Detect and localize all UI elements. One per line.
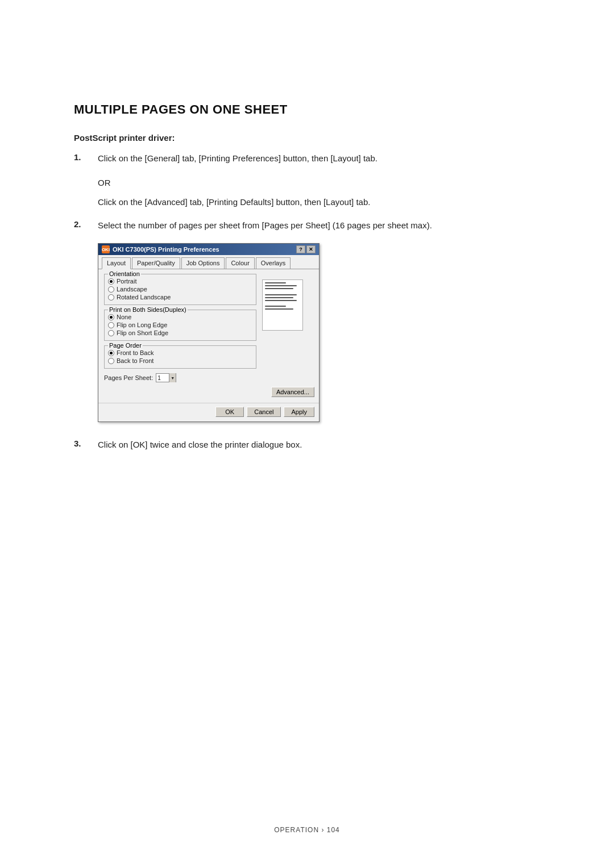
orientation-options: Portrait Landscape Rotated Landscape	[108, 278, 252, 301]
tab-colour[interactable]: Colour	[226, 257, 254, 269]
preview-line-3	[265, 288, 293, 289]
or-label: OR	[98, 176, 540, 189]
front-back-radio[interactable]	[108, 350, 114, 356]
pages-per-sheet-value: 1	[156, 375, 169, 381]
step-number-2: 2.	[74, 219, 88, 229]
tab-overlays[interactable]: Overlays	[256, 257, 291, 269]
pages-per-sheet-label: Pages Per Sheet:	[104, 374, 153, 381]
tab-layout[interactable]: Layout	[102, 257, 131, 269]
long-edge-label: Flip on Long Edge	[117, 322, 167, 328]
orientation-portrait: Portrait	[108, 278, 252, 285]
help-button[interactable]: ?	[296, 245, 305, 253]
orientation-rotated: Rotated Landscape	[108, 294, 252, 301]
page-content: MULTIPLE PAGES ON ONE SHEET PostScript p…	[0, 0, 614, 508]
duplex-label: Print on Both Sides(Duplex)	[108, 306, 188, 313]
duplex-long-edge: Flip on Long Edge	[108, 322, 252, 328]
close-button[interactable]: ✕	[306, 245, 316, 253]
tab-job-options[interactable]: Job Options	[181, 257, 225, 269]
short-edge-radio[interactable]	[108, 330, 114, 336]
back-front-label: Back to Front	[117, 357, 154, 364]
preview-line-1	[265, 282, 286, 283]
step-text-2: Select the number of pages per sheet fro…	[98, 219, 432, 232]
dialog-titlebar-left: OKI OKI C7300(PS) Printing Preferences	[102, 245, 219, 253]
step-number-3: 3.	[74, 438, 88, 448]
dialog-box: OKI OKI C7300(PS) Printing Preferences ?…	[98, 243, 320, 422]
step-number-1: 1.	[74, 152, 88, 162]
portrait-label: Portrait	[117, 278, 136, 285]
preview-line-6	[265, 300, 297, 301]
preview-line-7	[265, 306, 286, 307]
order-front-back: Front to Back	[108, 349, 252, 356]
dialog-tabs: Layout Paper/Quality Job Options Colour …	[98, 255, 319, 269]
divider	[98, 403, 319, 403]
short-edge-label: Flip on Short Edge	[117, 329, 168, 336]
step-list: 1. Click on the [General] tab, [Printing…	[74, 152, 540, 232]
footer-buttons: OK Cancel Apply	[98, 407, 319, 422]
advanced-row: Advanced...	[98, 387, 319, 399]
or-text: Click on the [Advanced] tab, [Printing D…	[98, 197, 370, 207]
rotated-label: Rotated Landscape	[117, 294, 171, 301]
orientation-landscape: Landscape	[108, 286, 252, 293]
page-order-options: Front to Back Back to Front	[108, 349, 252, 364]
preview-line-4	[265, 294, 297, 295]
ok-button[interactable]: OK	[215, 407, 244, 417]
dialog-left: Orientation Portrait Landscape	[104, 274, 256, 382]
dialog-wrapper: OKI OKI C7300(PS) Printing Preferences ?…	[98, 243, 540, 422]
subsection-label: PostScript printer driver:	[74, 133, 540, 143]
step-item-2: 2. Select the number of pages per sheet …	[74, 219, 540, 232]
landscape-radio[interactable]	[108, 286, 114, 293]
dialog-body: Orientation Portrait Landscape	[98, 269, 319, 387]
pages-per-sheet-row: Pages Per Sheet: 1 ▼	[104, 373, 256, 382]
page-order-label: Page Order	[108, 342, 143, 349]
preview-line-2	[265, 285, 297, 286]
tab-paper-quality[interactable]: Paper/Quality	[132, 257, 180, 269]
preview-line-5	[265, 297, 293, 298]
orientation-group: Orientation Portrait Landscape	[104, 274, 256, 305]
page-order-group: Page Order Front to Back Back to Front	[104, 345, 256, 369]
step-text-3: Click on [OK] twice and close the printe…	[98, 438, 302, 451]
cancel-button[interactable]: Cancel	[247, 407, 281, 417]
landscape-label: Landscape	[117, 286, 147, 293]
orientation-label: Orientation	[108, 270, 141, 277]
none-radio[interactable]	[108, 314, 114, 320]
advanced-button[interactable]: Advanced...	[271, 387, 314, 397]
step-item-3: 3. Click on [OK] twice and close the pri…	[74, 438, 540, 451]
duplex-none: None	[108, 314, 252, 320]
duplex-options: None Flip on Long Edge Flip on Short Edg…	[108, 314, 252, 336]
apply-button[interactable]: Apply	[284, 407, 314, 417]
dialog-right-preview	[262, 274, 313, 382]
dropdown-arrow-icon[interactable]: ▼	[169, 373, 176, 382]
back-front-radio[interactable]	[108, 358, 114, 364]
preview-line-8	[265, 308, 293, 310]
step-item-1: 1. Click on the [General] tab, [Printing…	[74, 152, 540, 165]
duplex-short-edge: Flip on Short Edge	[108, 329, 252, 336]
portrait-radio[interactable]	[108, 278, 114, 285]
rotated-radio[interactable]	[108, 294, 114, 301]
page-preview	[262, 279, 303, 331]
dialog-title: OKI C7300(PS) Printing Preferences	[113, 246, 219, 253]
long-edge-radio[interactable]	[108, 322, 114, 328]
step-text-1: Click on the [General] tab, [Printing Pr…	[98, 152, 377, 165]
duplex-group: Print on Both Sides(Duplex) None Flip on…	[104, 310, 256, 341]
none-label: None	[117, 314, 131, 320]
dialog-titlebar: OKI OKI C7300(PS) Printing Preferences ?…	[98, 244, 319, 255]
titlebar-controls: ? ✕	[296, 245, 316, 253]
page-title: MULTIPLE PAGES ON ONE SHEET	[74, 102, 540, 117]
footer-page: OPERATION › 104	[274, 826, 339, 834]
pages-per-sheet-dropdown[interactable]: 1 ▼	[156, 373, 176, 382]
order-back-front: Back to Front	[108, 357, 252, 364]
or-block: OR Click on the [Advanced] tab, [Printin…	[98, 176, 540, 208]
front-back-label: Front to Back	[117, 349, 154, 356]
printer-icon: OKI	[102, 245, 110, 253]
step-list-3: 3. Click on [OK] twice and close the pri…	[74, 438, 540, 451]
